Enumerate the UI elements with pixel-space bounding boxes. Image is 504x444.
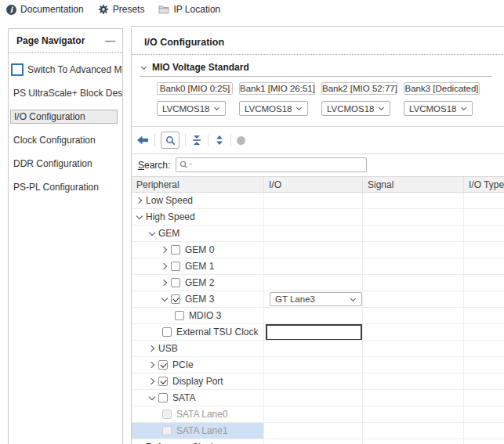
table-row[interactable]: USB [132,341,504,357]
table-row[interactable]: MDIO 3 [132,308,504,324]
table-row[interactable]: External TSU Clock [132,324,504,341]
row-label: External TSU Clock [176,327,258,338]
peripheral-cell[interactable]: MDIO 3 [132,308,264,323]
bank3-voltage-select[interactable]: LVCMOS18 [404,101,473,116]
io-cell[interactable] [264,423,363,439]
chevron-right-icon[interactable] [136,197,143,204]
table-row[interactable]: GEM 0 [132,242,504,258]
peripheral-cell[interactable]: SATA Lane0 [132,406,264,422]
table-row[interactable]: SATA [132,390,504,406]
io-cell[interactable] [264,242,363,258]
collapse-panel-icon[interactable]: — [105,37,115,45]
io-cell[interactable] [264,258,363,274]
row-checkbox[interactable] [158,393,168,402]
table-row[interactable]: GEM 2 [132,275,504,291]
collapse-all-icon[interactable] [191,135,202,146]
sidebar-item-label: I/O Configuration [14,111,85,122]
io-cell[interactable] [264,374,363,389]
search-icon[interactable] [161,132,179,149]
table-row[interactable]: GEM 1 [132,258,504,275]
peripheral-cell[interactable]: GEM 1 [132,258,264,274]
io-cell[interactable] [264,390,363,406]
back-arrow-icon[interactable] [136,135,149,146]
peripheral-cell[interactable]: Display Port [132,374,264,389]
column-header-signal[interactable]: Signal [363,177,464,192]
peripheral-cell[interactable]: GEM 2 [132,275,264,291]
table-row[interactable]: SATA Lane0 [132,406,504,423]
table-row[interactable]: Reference Clocks [132,439,504,444]
peripheral-cell[interactable]: Low Speed [132,193,264,208]
advanced-mode-checkbox[interactable] [11,63,24,76]
io-cell[interactable]: GT Lane3 [264,291,363,307]
table-row[interactable]: GEM 3GT Lane3 [132,291,504,308]
column-header-peripheral[interactable]: Peripheral [132,177,264,192]
io-cell[interactable] [264,341,363,356]
signal-cell [363,291,464,307]
peripheral-cell[interactable]: USB [132,341,264,356]
table-row[interactable]: High Speed [132,209,504,226]
peripheral-cell[interactable]: GEM 3 [132,291,264,307]
io-cell[interactable] [264,406,363,422]
chevron-down-icon[interactable] [148,229,156,237]
row-checkbox[interactable] [175,311,184,320]
page-navigator-title: Page Navigator [16,35,85,46]
io-cell[interactable] [264,209,363,225]
expand-all-icon[interactable] [214,135,225,146]
row-checkbox[interactable] [171,245,180,254]
io-cell[interactable] [264,275,363,291]
presets-button[interactable]: Presets [98,4,145,15]
sidebar-item-block-design[interactable]: PS UltraScale+ Block Design [9,81,122,105]
search-input[interactable]: - [176,157,367,172]
table-row[interactable]: PCIe [132,357,504,374]
peripheral-cell[interactable]: SATA [132,390,264,406]
row-checkbox[interactable] [162,327,172,337]
io-textbox[interactable] [266,324,362,340]
peripheral-cell[interactable]: High Speed [132,209,264,225]
chevron-down-icon[interactable] [161,295,169,303]
io-cell[interactable] [264,193,363,208]
table-row[interactable]: Display Port [132,374,504,390]
chevron-right-icon[interactable] [161,246,169,254]
signal-cell [363,209,464,225]
mio-section-header[interactable]: MIO Voltage Standard [140,62,492,77]
chevron-down-icon[interactable] [148,394,156,402]
sidebar-item-clock-configuration[interactable]: Clock Configuration [9,128,122,152]
chevron-down-icon[interactable] [136,213,143,221]
peripheral-cell[interactable]: External TSU Clock [132,324,264,340]
row-checkbox[interactable] [158,377,168,386]
row-checkbox[interactable] [171,278,180,287]
row-checkbox[interactable] [158,360,168,370]
table-row[interactable]: Low Speed [132,193,504,209]
peripheral-cell[interactable]: Reference Clocks [132,439,264,444]
bank1-voltage-select[interactable]: LVCMOS18 [239,101,308,116]
sidebar-item-io-configuration[interactable]: I/O Configuration [9,105,122,128]
io-cell[interactable] [264,439,363,444]
io-cell[interactable] [264,226,363,241]
row-checkbox[interactable] [171,262,180,271]
chevron-right-icon[interactable] [161,262,169,270]
documentation-button[interactable]: i Documentation [6,4,84,15]
bank2-voltage-select[interactable]: LVCMOS18 [321,101,390,116]
ip-location-button[interactable]: IP Location [158,4,220,15]
table-row[interactable]: GEM [132,226,504,242]
peripheral-cell[interactable]: SATA Lane1 [132,423,264,439]
chevron-right-icon[interactable] [148,377,156,385]
sidebar-item-ddr-configuration[interactable]: DDR Configuration [9,152,122,175]
peripheral-cell[interactable]: GEM [132,226,264,241]
sidebar-item-pspl-configuration[interactable]: PS-PL Configuration [9,175,122,199]
bank0-voltage-select[interactable]: LVCMOS18 [157,101,226,116]
row-checkbox[interactable] [171,294,180,304]
table-row[interactable]: SATA Lane1 [132,423,504,439]
chevron-right-icon[interactable] [161,279,169,287]
io-cell[interactable] [264,308,363,323]
io-cell[interactable] [264,324,363,340]
io-cell[interactable] [264,357,363,373]
chevron-right-icon[interactable] [148,361,156,369]
io-select[interactable]: GT Lane3 [270,292,362,306]
sidebar-item-switch-advanced[interactable]: Switch To Advanced Mode [9,58,122,81]
column-header-io-type[interactable]: I/O Type [464,177,504,192]
peripheral-cell[interactable]: PCIe [132,357,264,373]
chevron-right-icon[interactable] [148,345,156,352]
peripheral-cell[interactable]: GEM 0 [132,242,264,258]
column-header-io[interactable]: I/O [264,177,363,192]
